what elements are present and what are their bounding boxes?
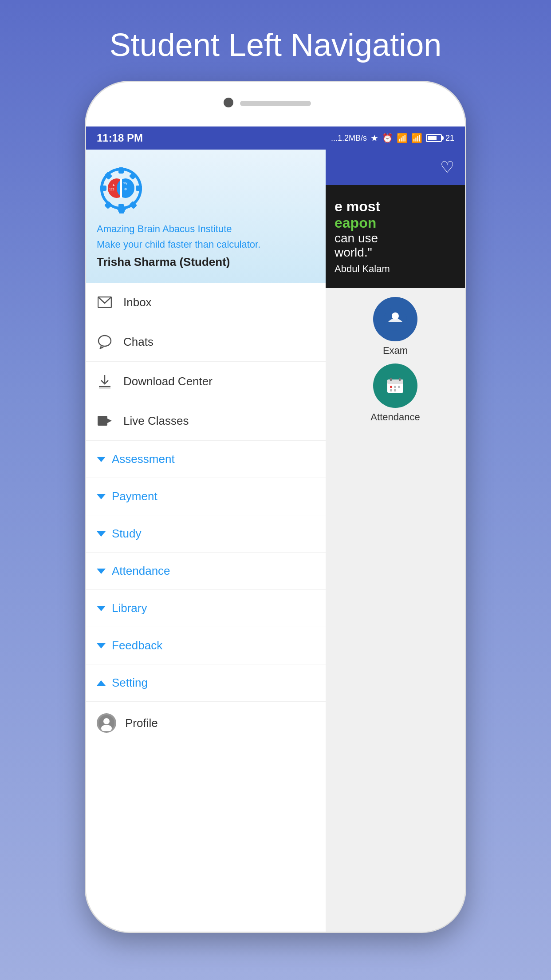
nav-expandable-assessment[interactable]: Assessment xyxy=(86,441,326,478)
svg-rect-4 xyxy=(136,186,142,191)
nav-expandable-setting[interactable]: Setting xyxy=(86,664,326,702)
battery-icon xyxy=(426,134,442,142)
chevron-down-feedback-icon xyxy=(97,643,106,648)
nav-expandable-library-label: Library xyxy=(112,601,147,615)
phone-camera xyxy=(224,98,233,107)
nav-expandable-assessment-label: Assessment xyxy=(112,452,175,466)
svg-rect-36 xyxy=(390,386,392,388)
right-content: ♡ e most eapon can use world." Abdul Kal… xyxy=(326,150,465,932)
svg-text:Σ: Σ xyxy=(113,183,115,187)
svg-rect-13 xyxy=(118,210,125,212)
svg-rect-7 xyxy=(129,172,137,180)
chevron-down-payment-icon xyxy=(97,494,106,499)
nav-item-live[interactable]: Live Classes xyxy=(86,401,326,441)
page-title-text: Student Left Navigation xyxy=(110,27,442,63)
alarm-icon: ⏰ xyxy=(382,133,393,143)
svg-rect-12 xyxy=(117,207,126,210)
grid-item-exam[interactable]: Exam xyxy=(335,297,456,356)
nav-item-download-label: Download Center xyxy=(123,375,213,388)
student-name: Trisha Sharma (Student) xyxy=(97,255,315,269)
envelope-icon xyxy=(97,294,113,310)
svg-rect-14 xyxy=(119,212,124,213)
exam-circle xyxy=(373,297,417,341)
bluetooth-icon: ★ xyxy=(370,133,378,143)
quote-author: Abdul Kalam xyxy=(335,263,456,275)
svg-point-20 xyxy=(98,336,111,346)
nav-item-profile-label: Profile xyxy=(125,716,158,730)
chevron-down-study-icon xyxy=(97,531,106,537)
quote-line2: eapon xyxy=(335,215,456,231)
svg-rect-38 xyxy=(398,386,400,388)
nav-item-inbox[interactable]: Inbox xyxy=(86,283,326,322)
nav-expandable-payment[interactable]: Payment xyxy=(86,478,326,515)
quote-line4: world." xyxy=(335,245,456,260)
svg-rect-40 xyxy=(394,389,396,391)
attendance-label: Attendance xyxy=(370,411,420,423)
nav-expandable-attendance-label: Attendance xyxy=(112,564,170,578)
nav-expandable-feedback[interactable]: Feedback xyxy=(86,627,326,664)
svg-rect-1 xyxy=(118,167,124,174)
nav-expandable-setting-label: Setting xyxy=(112,676,148,690)
nav-item-download[interactable]: Download Center xyxy=(86,362,326,401)
institute-tagline: Make your child faster than calculator. xyxy=(97,238,315,252)
svg-marker-25 xyxy=(107,419,112,423)
svg-rect-39 xyxy=(390,389,392,391)
nav-item-chats-label: Chats xyxy=(123,335,153,349)
nav-expandable-feedback-label: Feedback xyxy=(112,639,162,652)
phone-speaker xyxy=(240,101,311,106)
app-logo: Σ 123 x/y Φ xyxy=(97,163,150,221)
exam-label: Exam xyxy=(383,345,408,356)
chevron-down-library-icon xyxy=(97,606,106,611)
app-bar: ♡ xyxy=(326,150,465,185)
institute-name: Amazing Brain Abacus Institute xyxy=(97,222,315,236)
svg-rect-35 xyxy=(399,378,401,381)
svg-rect-24 xyxy=(98,416,107,426)
chat-icon xyxy=(97,334,113,350)
chevron-up-setting-icon xyxy=(97,680,106,686)
attendance-circle xyxy=(373,364,417,408)
nav-item-profile[interactable]: Profile xyxy=(86,702,326,744)
status-bar: 11:18 PM ...1.2MB/s ★ ⏰ 📶 📶 21 xyxy=(86,126,465,150)
nav-item-inbox-label: Inbox xyxy=(123,296,152,309)
nav-expandable-library[interactable]: Library xyxy=(86,590,326,627)
svg-rect-3 xyxy=(100,186,106,191)
quote-banner: e most eapon can use world." Abdul Kalam xyxy=(326,185,465,288)
svg-point-30 xyxy=(392,312,399,320)
svg-rect-33 xyxy=(387,379,403,384)
svg-point-27 xyxy=(103,718,110,724)
network-speed: ...1.2MB/s xyxy=(331,134,367,143)
grid-item-attendance[interactable]: Attendance xyxy=(335,364,456,423)
download-icon xyxy=(97,373,113,389)
nav-expandable-attendance[interactable]: Attendance xyxy=(86,553,326,590)
nav-expandable-study[interactable]: Study xyxy=(86,515,326,553)
nav-item-live-label: Live Classes xyxy=(123,414,189,428)
svg-text:Φ: Φ xyxy=(124,187,127,191)
status-time: 11:18 PM xyxy=(97,132,143,144)
drawer-header: Σ 123 x/y Φ Amazing Brain Abacus Institu… xyxy=(86,150,326,283)
profile-avatar-icon xyxy=(97,713,116,733)
svg-rect-37 xyxy=(394,386,396,388)
phone-frame: 11:18 PM ...1.2MB/s ★ ⏰ 📶 📶 21 xyxy=(85,81,466,933)
svg-text:123: 123 xyxy=(109,188,114,191)
svg-rect-11 xyxy=(120,178,122,198)
svg-text:x/y: x/y xyxy=(123,182,127,185)
nav-item-chats[interactable]: Chats xyxy=(86,322,326,362)
wifi-icon: 📶 xyxy=(411,133,422,143)
nav-expandable-payment-label: Payment xyxy=(112,490,157,503)
notification-bell-icon[interactable]: ♡ xyxy=(440,158,454,177)
signal-bars: 📶 xyxy=(397,133,408,143)
quote-line1: e most xyxy=(335,198,456,215)
svg-rect-34 xyxy=(390,378,392,381)
battery-level: 21 xyxy=(445,134,454,143)
quote-line3: can use xyxy=(335,231,456,245)
nav-drawer: Σ 123 x/y Φ Amazing Brain Abacus Institu… xyxy=(86,150,326,932)
chevron-down-attendance-icon xyxy=(97,569,106,574)
video-icon xyxy=(97,413,113,429)
nav-expandable-study-label: Study xyxy=(112,527,142,541)
chevron-down-assessment-icon xyxy=(97,457,106,462)
